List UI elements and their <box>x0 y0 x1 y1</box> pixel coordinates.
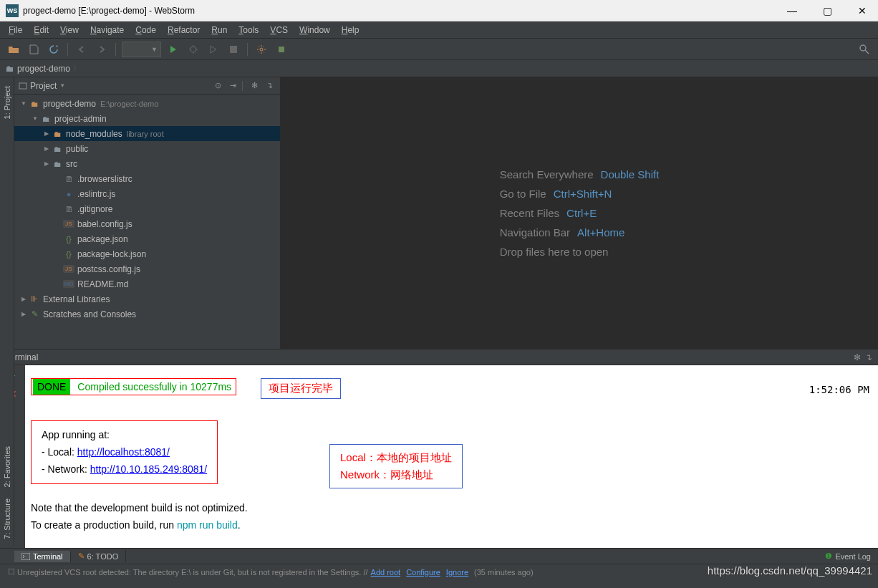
menu-window[interactable]: Window <box>294 23 336 37</box>
build-note: Note that the development build is not o… <box>31 500 872 534</box>
tree-row[interactable]: ●.eslintrc.js <box>14 186 280 201</box>
locate-icon[interactable]: ⊙ <box>211 79 224 92</box>
tree-aux: library root <box>127 130 164 138</box>
project-tree[interactable]: ▼🖿progect-demoE:\progect-demo▼🖿project-a… <box>14 95 280 349</box>
menu-vcs[interactable]: VCS <box>264 23 294 37</box>
todo-tab[interactable]: ✎ 6: TODO <box>71 550 127 562</box>
expand-arrow-icon[interactable]: ▼ <box>30 115 40 122</box>
js-blue-icon: ● <box>63 190 74 198</box>
svg-rect-6 <box>21 553 30 560</box>
open-icon[interactable] <box>6 42 21 57</box>
tree-row[interactable]: ▼🖿progect-demoE:\progect-demo <box>14 96 280 111</box>
tree-label: public <box>66 144 88 154</box>
tree-row[interactable]: ▶🖿node_moduleslibrary root <box>14 126 280 141</box>
tree-row[interactable]: ▶🖿public <box>14 141 280 156</box>
menu-edit[interactable]: Edit <box>28 23 54 37</box>
minimize-button[interactable]: — <box>781 4 803 18</box>
structure-tool-tab[interactable]: 7: Structure <box>1 493 13 545</box>
tree-row[interactable]: ▼🖿project-admin <box>14 111 280 126</box>
app-title: App running at: <box>42 427 207 444</box>
app-running-box: App running at: - Local: http://localhos… <box>31 420 218 484</box>
settings-icon[interactable] <box>254 42 269 57</box>
close-button[interactable]: ✕ <box>852 4 872 18</box>
coverage-icon[interactable] <box>206 42 221 57</box>
menu-tools[interactable]: Tools <box>233 23 264 37</box>
breadcrumb-bar: 🖿 progect-demo 〉 <box>0 60 878 77</box>
left-tool-stripe-bottom: 2: Favorites 7: Structure <box>0 349 14 545</box>
compile-message: Compiled successfully in 10277ms <box>77 381 231 392</box>
hide-terminal-icon[interactable]: ↴ <box>865 352 872 362</box>
tree-row[interactable]: MDREADME.md <box>14 276 280 291</box>
tree-label: postcss.config.js <box>77 264 140 274</box>
gear-icon[interactable]: ✻ <box>854 352 861 362</box>
project-tool-tab[interactable]: 1: Project <box>1 80 13 125</box>
tree-label: node_modules <box>66 129 122 139</box>
sync-icon[interactable] <box>46 42 62 57</box>
menu-run[interactable]: Run <box>206 23 233 37</box>
back-icon[interactable] <box>74 42 90 57</box>
collapse-icon[interactable]: ⇥ <box>226 79 239 92</box>
favorites-tool-tab[interactable]: 2: Favorites <box>1 440 13 493</box>
terminal-body: + ✕ 1:52:06 PM DONE Compiled successfull… <box>0 365 878 548</box>
menu-file[interactable]: File <box>3 23 28 37</box>
ignore-link[interactable]: Ignore <box>446 568 468 577</box>
tree-row[interactable]: 🖹.gitignore <box>14 201 280 216</box>
expand-arrow-icon[interactable]: ▼ <box>19 100 29 107</box>
forward-icon[interactable] <box>94 42 110 57</box>
todo-icon: ✎ <box>78 551 85 561</box>
tree-label: progect-demo <box>43 99 96 109</box>
menu-help[interactable]: Help <box>336 23 365 37</box>
folder-icon: 🖿 <box>40 115 52 123</box>
tree-label: README.md <box>77 279 128 289</box>
window-title: progect-demo [E:\progect-demo] - WebStor… <box>23 6 781 16</box>
done-annotation-box: DONE Compiled successfully in 10277ms <box>31 378 236 395</box>
debug-icon[interactable] <box>185 42 201 57</box>
editor-hint: Go to FileCtrl+Shift+N <box>500 188 660 200</box>
network-url-link[interactable]: http://10.10.185.249:8081/ <box>90 463 207 475</box>
tree-label: project-admin <box>54 114 107 124</box>
plugins-icon[interactable] <box>274 42 289 57</box>
breadcrumb-item[interactable]: 🖿 progect-demo 〉 <box>6 64 80 74</box>
tree-row[interactable]: {}package.json <box>14 231 280 246</box>
tree-row[interactable]: 🖹.browserslistrc <box>14 171 280 186</box>
run-icon[interactable] <box>165 42 181 57</box>
save-all-icon[interactable] <box>26 42 42 57</box>
tree-row[interactable]: JSbabel.config.js <box>14 216 280 231</box>
stop-icon[interactable] <box>226 42 241 57</box>
local-url-link[interactable]: http://localhost:8081/ <box>77 446 170 458</box>
watermark: https://blog.csdn.net/qq_39994421 <box>708 564 872 577</box>
folder-icon: 🖿 <box>52 160 63 168</box>
expand-arrow-icon[interactable]: ▶ <box>42 145 52 152</box>
add-root-link[interactable]: Add root <box>371 568 401 577</box>
tree-row[interactable]: ▶⊪External Libraries <box>14 291 280 307</box>
gear-icon[interactable]: ✻ <box>248 79 261 92</box>
expand-arrow-icon[interactable]: ▶ <box>19 311 29 317</box>
event-log-tab[interactable]: ❶ Event Log <box>818 550 878 562</box>
tree-row[interactable]: ▶🖿src <box>14 156 280 171</box>
run-config-combo[interactable]: ▼ <box>122 42 161 57</box>
hide-icon[interactable]: ↴ <box>263 79 276 92</box>
tree-row[interactable]: JSpostcss.config.js <box>14 261 280 276</box>
expand-arrow-icon[interactable]: ▶ <box>42 160 52 167</box>
expand-arrow-icon[interactable]: ▶ <box>42 130 52 137</box>
terminal-tab[interactable]: Terminal <box>14 551 71 562</box>
maximize-button[interactable]: ▢ <box>817 4 838 18</box>
menu-view[interactable]: View <box>54 23 85 37</box>
terminal-output[interactable]: 1:52:06 PM DONE Compiled successfully in… <box>25 365 878 548</box>
hint-label: Recent Files <box>500 207 559 219</box>
menu-code[interactable]: Code <box>130 23 162 37</box>
editor-hint: Drop files here to open <box>500 246 660 258</box>
menu-refactor[interactable]: Refactor <box>162 23 206 37</box>
tree-row[interactable]: {}package-lock.json <box>14 246 280 261</box>
tree-label: .gitignore <box>77 204 112 214</box>
titlebar: WS progect-demo [E:\progect-demo] - WebS… <box>0 0 878 21</box>
tree-row[interactable]: ▶✎Scratches and Consoles <box>14 307 280 322</box>
expand-arrow-icon[interactable]: ▶ <box>19 296 29 302</box>
project-view-selector[interactable]: Project ▼ <box>19 81 65 91</box>
search-icon[interactable] <box>857 42 872 57</box>
menu-navigate[interactable]: Navigate <box>85 23 130 37</box>
hint-shortcut: Ctrl+Shift+N <box>554 188 612 200</box>
status-hide-icon[interactable]: ☐ <box>6 567 17 577</box>
configure-link[interactable]: Configure <box>406 568 440 577</box>
left-tool-stripe: 1: Project <box>0 77 14 349</box>
